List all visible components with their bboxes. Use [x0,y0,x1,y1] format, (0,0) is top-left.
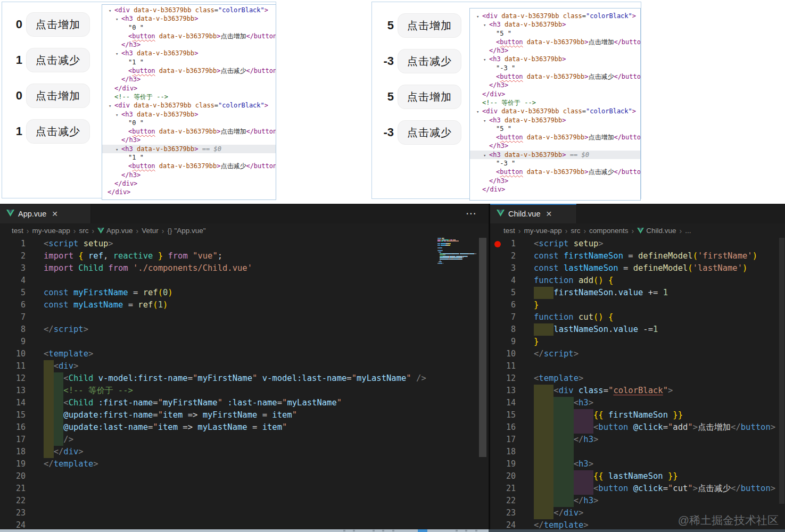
devtools-node[interactable]: </h3> [102,171,276,179]
decrease-button[interactable]: 点击减少 [26,119,90,144]
scrollbar-left[interactable] [479,238,486,457]
code-line[interactable]: 16 <button @click="add">点击增加</button> [490,421,785,434]
breadcrumb-item[interactable]: ... [685,227,691,235]
code-line[interactable]: 9 [0,336,489,348]
devtools-node[interactable]: <button data-v-b36379bb>点击增加</button> [102,32,276,40]
expand-arrow-icon[interactable]: ▾ [109,6,114,15]
devtools-node[interactable]: ▾<h3 data-v-b36379bb> [102,110,276,119]
devtools-node[interactable]: <button data-v-b36379bb>点击减少</button> [102,66,276,75]
expand-arrow-icon[interactable]: ▾ [476,12,482,21]
devtools-node[interactable]: </div> [102,84,276,93]
code-line[interactable]: 7 [0,311,489,323]
code-line[interactable]: 19 <h3> [490,458,785,470]
code-line[interactable]: 10<template> [0,348,489,360]
devtools-node[interactable]: ▾<h3 data-v-b36379bb> [470,20,640,29]
devtools-node[interactable]: </div> [102,188,276,196]
devtools-node[interactable]: <button data-v-b36379bb>点击减少</button> [470,72,640,81]
code-line[interactable]: 14 <h3> [490,397,785,409]
devtools-node[interactable]: "0 " [102,23,276,32]
devtools-node[interactable]: ▾<h3 data-v-b36379bb> [102,49,276,57]
code-line[interactable]: 22 [0,495,489,507]
close-icon[interactable]: ✕ [546,210,552,218]
code-line[interactable]: 8 lastNameSon.value -=1 [490,323,785,336]
devtools-node[interactable]: <button data-v-b36379bb>点击增加</button> [102,127,276,136]
devtools-node[interactable]: ▾<h3 data-v-b36379bb> [470,116,640,124]
devtools-node[interactable]: "1 " [102,58,276,66]
code-line[interactable]: 15 {{ firstNameSon }} [490,409,785,421]
code-line[interactable]: 21 [0,483,489,495]
tab-child-vue[interactable]: Child.vue ✕ [490,204,577,223]
devtools-node[interactable]: </h3> [470,46,640,55]
devtools-node[interactable]: </div> [102,179,276,188]
code-line[interactable]: 22 </h3> [490,495,785,507]
close-icon[interactable]: ✕ [52,210,58,218]
code-line[interactable]: 11 [490,360,785,372]
devtools-node[interactable]: <button data-v-b36379bb>点击增加</button> [470,38,640,46]
code-line[interactable]: 10</script> [490,348,785,360]
devtools-node[interactable]: ▾<div data-v-b36379bb class="colorBlack"… [102,6,276,14]
breadcrumb-item[interactable]: {}"App.vue" [167,227,205,235]
devtools-node[interactable]: "-3 " [470,159,640,168]
code-line[interactable]: 1<script setup> [490,238,785,250]
code-line[interactable]: 4function add() { [490,275,785,287]
devtools-elements-panel-left[interactable]: ▾<div data-v-b36379bb class="colorBlack"… [102,4,276,200]
breakpoint-icon[interactable] [494,241,501,247]
code-line[interactable]: 18 </div> [0,446,489,458]
code-line[interactable]: 14 <Child :first-name="myFirstName" :las… [0,397,489,409]
code-line[interactable]: 5const myFirstName = ref(0) [0,287,489,299]
code-line[interactable]: 6} [490,299,785,311]
tab-app-vue[interactable]: App.vue ✕ [0,204,91,223]
code-line[interactable]: 17 </h3> [490,434,785,446]
code-line[interactable]: 7function cut() { [490,311,785,323]
devtools-node[interactable]: </h3> [102,75,276,84]
code-line[interactable]: 20 {{ lastNameSon }} [490,470,785,483]
breadcrumb-item[interactable]: Child.vue [637,227,676,235]
code-line[interactable]: 17 /> [0,434,489,446]
devtools-node[interactable]: <button data-v-b36379bb>点击增加</button> [470,133,640,142]
devtools-node[interactable]: ▾<h3 data-v-b36379bb> [102,14,276,23]
code-line[interactable]: 11 <div> [0,360,489,372]
code-line[interactable]: 13 <!-- 等价于 --> [0,385,489,397]
breadcrumb-item[interactable]: my-vue-app [32,227,70,235]
devtools-node[interactable]: </div> [470,90,640,98]
code-line[interactable]: 1<script setup> [0,238,489,250]
code-line[interactable]: 5 firstNameSon.value += 1 [490,287,785,299]
code-line[interactable]: 2const firstNameSon = defineModel('first… [490,250,785,262]
expand-arrow-icon[interactable]: ▾ [115,111,121,119]
devtools-node[interactable]: ▾<div data-v-b36379bb class="colorBlack"… [470,107,640,115]
code-line[interactable]: 9} [490,336,785,348]
breadcrumb-item[interactable]: Vetur [142,227,159,235]
code-line[interactable]: 6const myLastName = ref(1) [0,299,489,311]
breadcrumb-item[interactable]: test [12,227,23,235]
devtools-node[interactable]: <button data-v-b36379bb>点击减少</button> [102,162,276,170]
expand-arrow-icon[interactable]: ▾ [115,49,121,58]
expand-arrow-icon[interactable]: ▾ [115,145,121,154]
code-line[interactable]: 4 [0,275,489,287]
code-area-child-vue[interactable]: 1<script setup>2const firstNameSon = def… [490,238,785,532]
code-line[interactable]: 19</template> [0,458,489,470]
devtools-node[interactable]: <button data-v-b36379bb>点击减少</button> [470,168,640,176]
decrease-button[interactable]: 点击减少 [26,48,90,72]
devtools-node[interactable]: "5 " [470,29,640,38]
code-line[interactable]: 23 [0,507,489,519]
devtools-node-selected[interactable]: ▾<h3 data-v-b36379bb> == $0 [102,145,276,153]
code-line[interactable]: 8</script> [0,323,489,336]
devtools-elements-panel-right[interactable]: ▾<div data-v-b36379bb class="colorBlack"… [469,8,641,201]
breadcrumb-item[interactable]: components [589,227,629,235]
expand-arrow-icon[interactable]: ▾ [109,102,114,110]
minimap[interactable] [436,238,479,302]
devtools-node[interactable]: "-3 " [470,64,640,72]
breadcrumb-item[interactable]: my-vue-app [524,227,561,235]
devtools-node[interactable]: ▾<h3 data-v-b36379bb> [470,55,640,63]
code-line[interactable]: 3const lastNameSon = defineModel('lastNa… [490,262,785,275]
code-line[interactable]: 2import { ref, reactive } from "vue"; [0,250,489,262]
increase-button[interactable]: 点击增加 [398,13,461,38]
devtools-node[interactable]: ▾<div data-v-b36379bb class="colorBlack"… [102,101,276,110]
expand-arrow-icon[interactable]: ▾ [483,55,489,64]
code-line[interactable]: 3import Child from './components/Child.v… [0,262,489,275]
devtools-node[interactable]: </div> [470,185,640,194]
decrease-button[interactable]: 点击减少 [398,120,461,145]
code-line[interactable]: 13 <div class="colorBlack"> [490,385,785,397]
breadcrumb-item[interactable]: src [571,227,580,235]
code-line[interactable]: 12 <Child v-model:first-name="myFirstNam… [0,372,489,385]
